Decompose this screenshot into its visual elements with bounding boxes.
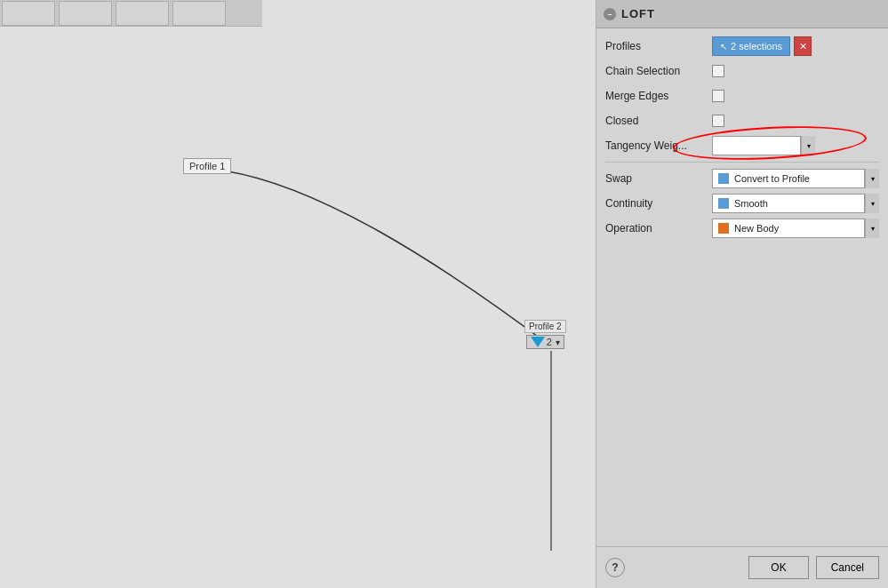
profile2-indicator: Profile 2 2 ▾ bbox=[524, 320, 566, 349]
row-chain-selection: Chain Selection bbox=[596, 59, 888, 83]
operation-icon bbox=[716, 221, 731, 235]
panel-header: – LOFT bbox=[596, 0, 888, 28]
selections-label: 2 selections bbox=[731, 41, 782, 52]
profile1-label: Profile 1 bbox=[183, 158, 231, 174]
tangency-weight-dropdown-arrow[interactable]: ▾ bbox=[801, 136, 815, 155]
continuity-icon bbox=[716, 196, 731, 211]
label-tangency-weight: Tangency Weig... bbox=[605, 139, 712, 152]
canvas-svg bbox=[0, 0, 596, 588]
control-operation: New Body ▾ bbox=[712, 219, 879, 238]
label-profiles: Profiles bbox=[605, 40, 712, 52]
dropdown-chevron: ▾ bbox=[556, 338, 560, 347]
panel-footer: ? OK Cancel bbox=[596, 546, 888, 588]
panel-collapse-icon[interactable]: – bbox=[604, 8, 616, 20]
row-profiles: Profiles ↖ 2 selections ✕ bbox=[596, 34, 888, 59]
control-swap: Convert to Profile ▾ bbox=[712, 169, 879, 188]
operation-dropdown-arrow[interactable]: ▾ bbox=[865, 219, 879, 238]
panel-body: Profiles ↖ 2 selections ✕ Chain Selectio… bbox=[596, 28, 888, 246]
control-chain-selection bbox=[712, 65, 879, 77]
row-closed: Closed bbox=[596, 108, 888, 133]
checkbox-chain-selection[interactable] bbox=[712, 65, 724, 77]
cancel-button[interactable]: Cancel bbox=[816, 556, 879, 579]
label-chain-selection: Chain Selection bbox=[605, 65, 712, 77]
clear-selections-button[interactable]: ✕ bbox=[794, 36, 812, 56]
checkbox-closed[interactable] bbox=[712, 115, 724, 127]
canvas-area: Profile 1 Profile 2 2 ▾ bbox=[0, 0, 596, 588]
label-continuity: Continuity bbox=[605, 197, 712, 210]
panel-title: LOFT bbox=[621, 7, 655, 20]
continuity-dropdown-arrow[interactable]: ▾ bbox=[865, 194, 879, 213]
control-tangency-weight: 0.01 in ▾ bbox=[712, 136, 879, 155]
ok-button[interactable]: OK bbox=[748, 556, 808, 579]
label-closed: Closed bbox=[605, 115, 712, 127]
label-operation: Operation bbox=[605, 222, 712, 234]
cursor-icon: ↖ bbox=[720, 42, 727, 52]
swap-dropdown-arrow[interactable]: ▾ bbox=[865, 169, 879, 188]
swap-dropdown[interactable]: Convert to Profile bbox=[712, 169, 865, 188]
label-merge-edges: Merge Edges bbox=[605, 90, 712, 102]
row-tangency-weight: Tangency Weig... 0.01 in ▾ bbox=[596, 133, 888, 158]
checkbox-merge-edges[interactable] bbox=[712, 90, 724, 102]
label-swap: Swap bbox=[605, 172, 712, 185]
separator-1 bbox=[605, 162, 879, 163]
arrow-down-icon bbox=[531, 337, 545, 347]
operation-dropdown[interactable]: New Body bbox=[712, 219, 865, 238]
swap-value: Convert to Profile bbox=[734, 173, 860, 184]
row-merge-edges: Merge Edges bbox=[596, 83, 888, 108]
control-merge-edges bbox=[712, 90, 879, 102]
control-profiles: ↖ 2 selections ✕ bbox=[712, 36, 879, 56]
loft-panel: – LOFT Profiles ↖ 2 selections ✕ Chain S… bbox=[596, 0, 888, 588]
profile2-mid-label: Profile 2 bbox=[524, 320, 566, 333]
control-continuity: Smooth ▾ bbox=[712, 194, 879, 213]
swap-icon bbox=[716, 171, 731, 186]
profile2-value: 2 bbox=[547, 337, 552, 347]
control-closed bbox=[712, 115, 879, 127]
continuity-value: Smooth bbox=[734, 198, 860, 209]
selections-button[interactable]: ↖ 2 selections bbox=[712, 36, 790, 56]
operation-value: New Body bbox=[734, 223, 860, 234]
profile2-dropdown[interactable]: 2 ▾ bbox=[526, 335, 564, 349]
help-button[interactable]: ? bbox=[605, 558, 625, 577]
continuity-dropdown[interactable]: Smooth bbox=[712, 194, 865, 213]
row-operation: Operation New Body ▾ bbox=[596, 216, 888, 241]
row-swap: Swap Convert to Profile ▾ bbox=[596, 166, 888, 191]
row-continuity: Continuity Smooth ▾ bbox=[596, 191, 888, 216]
tangency-weight-input[interactable]: 0.01 in bbox=[712, 136, 801, 155]
